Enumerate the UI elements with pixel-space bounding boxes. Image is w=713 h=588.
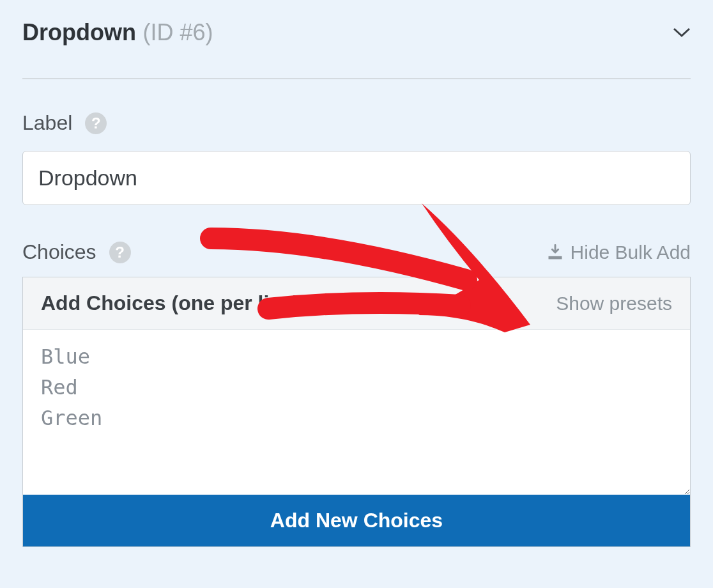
label-input[interactable]	[22, 151, 691, 205]
add-new-choices-button[interactable]: Add New Choices	[23, 495, 690, 546]
help-icon[interactable]: ?	[85, 112, 107, 134]
label-section-header: Label ?	[22, 111, 691, 135]
field-id: (ID #6)	[142, 19, 213, 45]
bulk-panel-heading: Add Choices (one per line)	[41, 291, 300, 315]
choices-left: Choices ?	[22, 240, 131, 264]
bulk-add-toggle[interactable]: Hide Bulk Add	[546, 242, 691, 263]
chevron-down-icon[interactable]	[673, 27, 691, 38]
choices-section-header: Choices ? Hide Bulk Add	[22, 240, 691, 264]
panel-header[interactable]: Dropdown (ID #6)	[22, 19, 691, 79]
help-icon[interactable]: ?	[109, 242, 131, 263]
label-section-title: Label	[22, 111, 72, 135]
bulk-add-panel: Add Choices (one per line) Show presets …	[22, 277, 691, 547]
bulk-toggle-label: Hide Bulk Add	[571, 242, 691, 263]
download-icon	[546, 244, 564, 261]
bulk-choices-textarea[interactable]	[23, 330, 690, 495]
choices-section-title: Choices	[22, 240, 96, 264]
header-title-wrap: Dropdown (ID #6)	[22, 19, 213, 46]
field-type-title: Dropdown	[22, 19, 136, 45]
field-settings-panel: Dropdown (ID #6) Label ? Choices ? Hide …	[0, 0, 713, 547]
bulk-panel-header: Add Choices (one per line) Show presets	[23, 277, 690, 330]
show-presets-link[interactable]: Show presets	[556, 293, 672, 314]
